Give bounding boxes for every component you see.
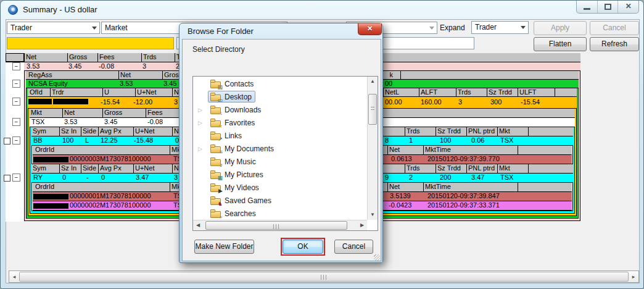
collapse-toggle-icon[interactable]: − (12, 174, 20, 182)
grid-cell[interactable]: -15.48 (133, 136, 171, 145)
collapse-toggle-icon[interactable]: − (12, 98, 20, 106)
tree-item-links[interactable]: ↗Links (194, 130, 355, 143)
scroll-right-icon[interactable]: ▶ (357, 220, 367, 230)
grid-cell[interactable]: TSX (499, 136, 524, 145)
tree-item-contacts[interactable]: ▤Contacts (194, 78, 355, 91)
ok-button[interactable]: OK (283, 240, 323, 254)
grid-cell[interactable]: 300 (489, 97, 514, 108)
grid-cell[interactable]: 160.00 (419, 97, 453, 108)
grid-cell[interactable]: 100 (61, 136, 81, 145)
redacted-cell[interactable] (53, 99, 88, 104)
row-checkbox[interactable] (4, 175, 10, 182)
grid-cell[interactable]: -15.54 (99, 97, 133, 108)
grid-cell[interactable]: NCSA Equity (27, 80, 118, 88)
maximize-button[interactable] (598, 1, 619, 13)
grid-cell[interactable]: 3.47 (470, 174, 496, 182)
grid-cell[interactable]: RY (32, 174, 57, 182)
grid-cell[interactable]: 00.00 (384, 97, 408, 108)
expand-arrow-icon[interactable]: ▷ (198, 146, 202, 152)
scroll-left-icon[interactable]: ◂ (9, 271, 19, 282)
tree-horizontal-scrollbar[interactable]: ◀ ▶ (193, 220, 367, 230)
grid-cell[interactable]: -0.08 (97, 62, 140, 70)
grid-cell[interactable]: -0.08 (146, 118, 183, 127)
redacted-cell[interactable] (33, 157, 68, 162)
grid-cell[interactable]: 3 (457, 97, 482, 108)
grid-cell[interactable]: 3 (141, 62, 166, 70)
title-bar[interactable]: Summary - US dollar ✕ (1, 1, 643, 19)
tree-item-content[interactable]: ★Favorites (208, 117, 258, 128)
apply-button[interactable]: Apply (534, 21, 587, 35)
grid-cell[interactable]: 0 (100, 174, 131, 182)
tree-item-content[interactable]: ▤Contacts (208, 78, 257, 90)
expand-selector-combo[interactable]: Trader (471, 21, 529, 34)
tree-vertical-scrollbar[interactable]: ▲ ▼ (367, 77, 378, 220)
grid-cell[interactable]: 1 (408, 136, 436, 145)
collapse-toggle-icon[interactable]: − (12, 136, 20, 144)
redacted-cell[interactable] (33, 203, 68, 209)
tree-item-content[interactable]: ≡My Documents (208, 143, 278, 154)
grid-cell[interactable]: 3.45 (67, 62, 96, 70)
grid-cell[interactable]: 3.5139 (389, 192, 423, 201)
make-new-folder-button[interactable]: Make New Folder (194, 240, 254, 254)
expand-arrow-icon[interactable]: ▷ (198, 107, 202, 113)
tree-item-content[interactable]: ▶My Videos (208, 182, 263, 193)
grid-cell[interactable]: 00000002M173078100000 (68, 201, 170, 210)
trader-filter-input[interactable] (7, 37, 174, 49)
grid-cell[interactable]: 0.0613 (390, 155, 422, 164)
scroll-left-icon[interactable]: ◀ (193, 220, 203, 230)
grid-cell[interactable]: 0.06 (470, 136, 496, 145)
scroll-up-icon[interactable]: ▲ (368, 77, 378, 86)
row-checkbox[interactable] (4, 138, 10, 144)
tree-selection[interactable]: ▭Desktop (208, 91, 255, 103)
tree-item-my-videos[interactable]: ▶My Videos (194, 182, 355, 195)
grid-cell[interactable]: 3.47 (134, 174, 170, 182)
tree-item-favorites[interactable]: ▷★Favorites (194, 117, 355, 130)
tree-item-content[interactable]: ↓Downloads (208, 104, 265, 115)
redacted-cell[interactable] (28, 99, 52, 104)
grid-cell[interactable]: 00000001M173078100000 (68, 192, 170, 201)
trader-filter-combo[interactable]: Trader (7, 22, 100, 34)
grid-cell[interactable]: 0 (61, 174, 81, 182)
grid-cell[interactable]: TSX (30, 118, 61, 127)
main-horizontal-scrollbar[interactable]: ◂ ▸ (9, 270, 639, 283)
scrollbar-thumb[interactable] (19, 272, 629, 282)
grid-cell[interactable]: 200 (439, 174, 466, 182)
tree-item-searches[interactable]: ⌕Searches (194, 207, 355, 220)
scroll-right-icon[interactable]: ▸ (629, 271, 638, 282)
tree-item-content[interactable]: ▦My Pictures (208, 169, 267, 180)
redacted-cell[interactable] (33, 194, 68, 199)
grid-cell[interactable]: 3.45 (103, 118, 143, 127)
tree-item-content[interactable]: ♞Saved Games (208, 195, 275, 206)
grid-cell[interactable]: 2 (408, 174, 436, 182)
flatten-button[interactable]: Flatten (534, 37, 587, 51)
tree-item-content[interactable]: ⌕Searches (208, 207, 260, 219)
tree-item-content[interactable]: ↗Links (208, 130, 246, 141)
grid-cell[interactable]: 100 (439, 136, 466, 145)
collapse-toggle-icon[interactable]: − (12, 80, 20, 88)
grid-cell[interactable]: 3.53 (63, 118, 100, 127)
grid-cell[interactable]: 00000003M173078100000 (68, 155, 170, 164)
grid-cell[interactable]: 20150120-09:37:39.847 (426, 192, 528, 201)
tree-item-my-music[interactable]: ♪My Music (194, 156, 355, 169)
scroll-down-icon[interactable]: ▼ (368, 210, 378, 220)
grid-cell[interactable]: 00 (384, 80, 402, 88)
resize-grip-icon[interactable] (374, 254, 380, 261)
scrollbar-thumb[interactable] (368, 94, 377, 125)
collapse-toggle-icon[interactable]: − (12, 62, 20, 70)
grid-cell[interactable]: -15.54 (519, 97, 553, 108)
grid-cell[interactable]: L (84, 136, 96, 145)
tree-item-saved-games[interactable]: ♞Saved Games (194, 195, 355, 207)
grid-cell[interactable]: 3.53 (25, 62, 66, 70)
grid-cell[interactable]: -12.00 (132, 97, 170, 108)
grid-cell[interactable]: TSX (499, 174, 524, 182)
close-button[interactable]: ✕ (618, 1, 638, 13)
dialog-cancel-button[interactable]: Cancel (334, 240, 373, 254)
refresh-button[interactable]: Refresh (590, 37, 639, 51)
grid-cell[interactable]: 20150120-09:37:33.371 (426, 201, 528, 210)
tree-item-my-documents[interactable]: ▷≡My Documents (194, 143, 355, 156)
collapse-toggle-icon[interactable]: − (12, 118, 20, 126)
tree-item-downloads[interactable]: ▷↓Downloads (194, 104, 355, 117)
grid-cell[interactable]: 12.25 (99, 136, 130, 145)
grid-cell[interactable]: -0.0423 (387, 201, 423, 210)
dialog-close-button[interactable]: ✕ (358, 23, 382, 35)
